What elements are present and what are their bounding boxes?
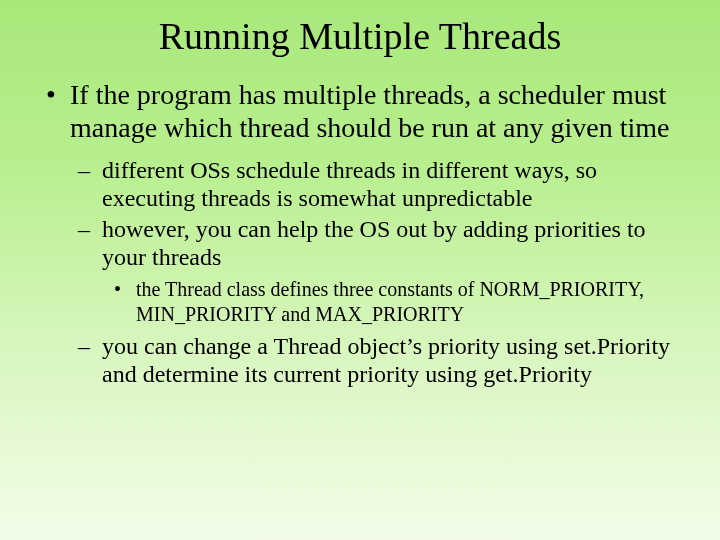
bullet-level3: • the Thread class defines three constan… [114, 277, 690, 326]
bullet-text: the Thread class defines three constants… [136, 277, 690, 326]
slide-body: • If the program has multiple threads, a… [30, 78, 690, 389]
bullet-level2: – different OSs schedule threads in diff… [78, 156, 690, 213]
slide-title: Running Multiple Threads [30, 14, 690, 58]
bullet-dot-icon: • [40, 78, 70, 144]
bullet-level2: – you can change a Thread object’s prior… [78, 332, 690, 389]
level2-group: – different OSs schedule threads in diff… [40, 156, 690, 389]
level3-group: • the Thread class defines three constan… [78, 277, 690, 326]
bullet-text: however, you can help the OS out by addi… [102, 215, 690, 272]
bullet-level2: – however, you can help the OS out by ad… [78, 215, 690, 272]
dash-icon: – [78, 156, 102, 213]
dash-icon: – [78, 332, 102, 389]
bullet-text: you can change a Thread object’s priorit… [102, 332, 690, 389]
bullet-dot-icon: • [114, 277, 136, 326]
bullet-text: different OSs schedule threads in differ… [102, 156, 690, 213]
bullet-text: If the program has multiple threads, a s… [70, 78, 690, 144]
bullet-level1: • If the program has multiple threads, a… [40, 78, 690, 144]
dash-icon: – [78, 215, 102, 272]
